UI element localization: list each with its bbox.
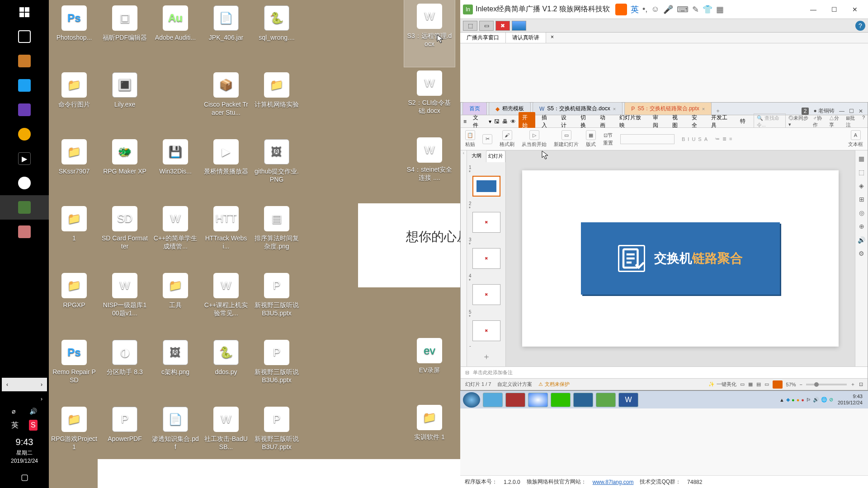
section-button[interactable]: ⊡节重置 — [603, 132, 613, 146]
desktop-icon[interactable]: 🐍ddos.py — [201, 336, 251, 403]
ime-toolbar[interactable]: 英 •, ☺ 🎤 ⌨ ✎ 👕 ▦ — [615, 4, 724, 15]
desktop-icon[interactable]: WNISP一级题库100题v1... — [99, 269, 150, 336]
desktop-icon[interactable]: 📁SKssr7907 — [49, 136, 99, 202]
share-button[interactable]: △分享 — [829, 115, 841, 128]
remote-app-2[interactable] — [505, 393, 525, 407]
volume-icon[interactable]: 🔊 — [29, 407, 37, 416]
tray-icon[interactable]: ● — [792, 397, 795, 403]
side-icon-2[interactable]: ⬚ — [859, 169, 864, 176]
ime-emoji-icon[interactable]: ☺ — [651, 5, 659, 14]
collab-button[interactable]: ♂协作 — [813, 115, 824, 128]
desktop-icon[interactable]: 🖼github提交作业.PNG — [251, 136, 302, 202]
desktop-icon[interactable]: 📁实训软件 1 — [404, 401, 455, 468]
side-icon-3[interactable]: ◈ — [859, 182, 864, 189]
slide-thumbnail[interactable]: 3*✖ — [469, 237, 504, 269]
slide-thumbnail[interactable]: 4*✖ — [469, 273, 504, 305]
desktop-icon[interactable]: AuAdobe Auditi... — [150, 2, 201, 69]
side-icon-8[interactable]: ⚙ — [859, 250, 864, 257]
toolbar-btn-2[interactable]: ▭ — [479, 21, 494, 31]
tray-icon[interactable]: 🔊 — [813, 397, 819, 403]
view-sorter-icon[interactable]: ▦ — [748, 381, 753, 387]
minimize-button[interactable]: — — [803, 2, 824, 17]
clock-time[interactable]: 9:43 — [2, 435, 47, 449]
tray-icon[interactable]: ▲ — [779, 397, 784, 403]
ime-keyboard-icon[interactable]: ⌨ — [677, 5, 689, 14]
menu-help-icon[interactable]: ? — [862, 115, 865, 128]
taskbar-app-6[interactable]: ⚙ — [0, 171, 49, 195]
desktop-icon[interactable]: WC++课程上机实验常见... — [201, 269, 251, 336]
slide-canvas[interactable]: 交换机链路聚合 — [506, 150, 855, 366]
desktop-icon[interactable]: 📁命令行图片 — [49, 69, 99, 136]
toolbar-btn-stop[interactable]: ✖ — [495, 21, 510, 31]
close-button[interactable]: ✕ — [844, 2, 865, 17]
side-icon-4[interactable]: ⊞ — [859, 196, 864, 203]
taskbar-app-1[interactable] — [0, 49, 49, 73]
print-icon[interactable]: 🖶 — [502, 118, 508, 125]
panel-collapse[interactable]: ‹ — [461, 150, 467, 366]
notes-area[interactable]: ⊟单击此处添加备注 — [461, 366, 868, 378]
desktop-icon[interactable]: 📁1 — [49, 202, 99, 269]
task-view-button[interactable] — [0, 24, 49, 49]
taskbar-app-2[interactable] — [0, 73, 49, 98]
desktop-icon[interactable]: 📦Cisco Packet Tracer Stu... — [201, 69, 251, 136]
tray-icon[interactable]: 🏳 — [806, 397, 811, 403]
comment-button[interactable]: ⊞批注 — [846, 115, 858, 128]
zoom-slider[interactable] — [806, 384, 847, 385]
ime-skin-icon[interactable]: ✎ — [692, 5, 699, 14]
desktop-icon[interactable]: P新视野三版听说B3U6.pptx — [251, 336, 302, 403]
sync-status[interactable]: ◎未同步 ▾ — [788, 115, 808, 128]
remote-clock[interactable]: 9:43 2019/12/24 — [835, 394, 865, 405]
taskbar-app-4[interactable] — [0, 122, 49, 146]
nav-left-icon[interactable]: ‹ — [6, 380, 8, 389]
desktop-icon[interactable]: P新视野三版听说B3U5.pptx — [251, 269, 302, 336]
desktop-icon[interactable]: 📁工具 — [150, 269, 201, 336]
ime-toolbox-icon[interactable]: ▦ — [716, 5, 724, 14]
save-icon[interactable]: 🖫 — [494, 118, 500, 125]
desktop-icon[interactable]: 📁RPGXP — [49, 269, 99, 336]
view-normal-icon[interactable]: ▭ — [740, 381, 745, 387]
notification-icon[interactable]: ▢ — [2, 471, 47, 483]
tab-badge[interactable]: 2 — [802, 108, 809, 115]
tab-close[interactable]: × — [546, 33, 558, 43]
close-icon[interactable]: × — [613, 106, 616, 112]
side-icon-7[interactable]: 🔊 — [858, 236, 865, 244]
desktop-icon[interactable]: PsPhotoshop... — [49, 2, 99, 69]
bullets-icon[interactable]: ≔ — [715, 136, 720, 142]
nav-arrows[interactable]: ‹ › — [2, 378, 47, 391]
side-icon-1[interactable]: ▦ — [859, 155, 864, 162]
format-buttons[interactable]: B I U S A — [682, 136, 708, 142]
desktop-icon[interactable]: SDSD Card Formatter — [99, 202, 150, 269]
desktop-icon[interactable]: evEV录屏 — [404, 334, 455, 401]
remote-start-button[interactable] — [463, 392, 480, 408]
wps-min-icon[interactable]: — — [839, 108, 844, 114]
ime-lang[interactable]: 英 — [11, 420, 19, 431]
cut-button[interactable]: ✂ — [482, 134, 492, 144]
desktop[interactable]: PsPhotoshop...▣福昕PDF编辑器AuAdobe Auditi...… — [49, 0, 460, 488]
ime-switch[interactable]: S — [29, 420, 38, 431]
preview-icon[interactable]: 👁 — [510, 118, 516, 125]
expand-arrow[interactable]: › — [2, 393, 47, 405]
desktop-icon[interactable]: 🔳Lily.exe — [99, 69, 150, 136]
wps-max-icon[interactable]: ☐ — [849, 108, 854, 114]
tab-listen[interactable]: 请认真听讲 — [506, 33, 546, 43]
tray-icon[interactable]: ● — [801, 397, 804, 403]
desktop-icon[interactable]: 🖼c架构.png — [150, 336, 201, 403]
side-icon-6[interactable]: ⊕ — [859, 223, 864, 230]
desktop-icon[interactable]: ◑分区助手 8.3 — [99, 336, 150, 403]
toolbar-btn-1[interactable]: ⬚ — [463, 21, 477, 31]
zoom-in[interactable]: ＋ — [850, 381, 855, 388]
desktop-icon[interactable]: WS3：远程管理.docx — [404, 0, 455, 67]
desktop-icon[interactable]: 📄JPK_406.jar — [201, 2, 251, 69]
wifi-icon[interactable]: ⌀ — [12, 407, 15, 416]
start-slideshow[interactable]: ▷从当前开始 — [522, 130, 547, 148]
taskbar-app-7[interactable] — [0, 195, 49, 220]
tray-icon[interactable]: ◆ — [786, 397, 790, 403]
desktop-icon[interactable]: 📁计算机网络实验 — [251, 69, 302, 136]
ime-punct-icon[interactable]: •, — [642, 5, 647, 14]
paste-button[interactable]: 📋粘贴 — [465, 130, 475, 148]
ime-lang-2[interactable]: 英 — [631, 4, 639, 15]
format-painter[interactable]: 🖌格式刷 — [500, 130, 514, 148]
remote-app-5[interactable] — [573, 393, 593, 407]
desktop-icon[interactable]: PsRemo Repair PSD — [49, 336, 99, 403]
slide-thumbnail[interactable]: 2*✖ — [469, 201, 504, 233]
